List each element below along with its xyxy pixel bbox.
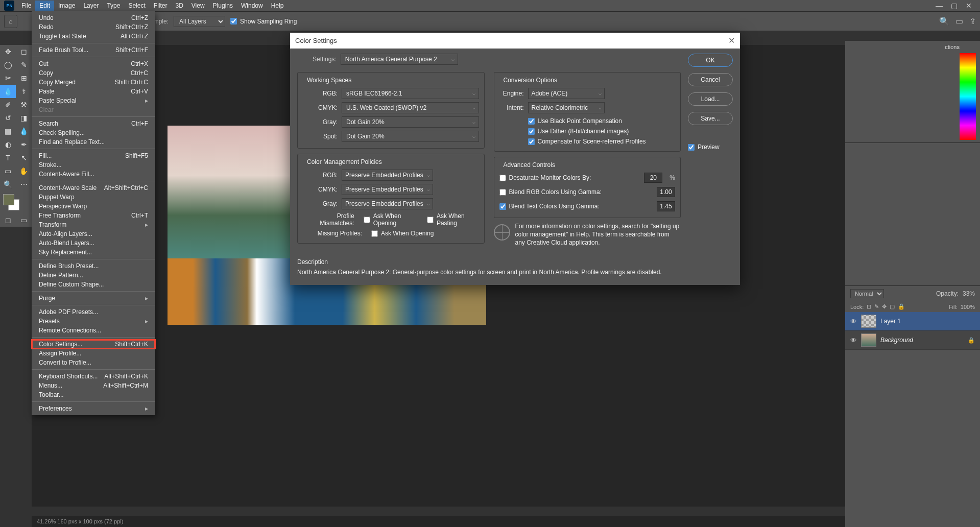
menu-item[interactable]: Purge bbox=[32, 294, 155, 303]
menu-3d[interactable]: 3D bbox=[171, 1, 187, 11]
menu-item[interactable]: Content-Aware ScaleAlt+Shift+Ctrl+C bbox=[32, 183, 155, 193]
gray-dropdown[interactable]: Dot Gain 20%⌵ bbox=[342, 116, 479, 128]
shape-tool[interactable]: ▭ bbox=[0, 164, 16, 178]
home-icon[interactable]: ⌂ bbox=[4, 15, 17, 28]
menu-view[interactable]: View bbox=[187, 1, 209, 11]
close-icon[interactable]: ✕ bbox=[966, 2, 972, 10]
path-tool[interactable]: ↖ bbox=[16, 151, 32, 164]
menu-item[interactable]: Clear bbox=[32, 105, 155, 114]
menu-item[interactable]: CopyCtrl+C bbox=[32, 68, 155, 78]
menu-item[interactable]: Preferences bbox=[32, 404, 155, 413]
patch-tool[interactable]: ⚕ bbox=[16, 85, 32, 98]
dither-checkbox[interactable]: Use Dither (8-bit/channel images) bbox=[528, 128, 676, 135]
menu-item[interactable]: PasteCtrl+V bbox=[32, 87, 155, 96]
menu-layer[interactable]: Layer bbox=[79, 1, 103, 11]
save-button[interactable]: Save... bbox=[688, 112, 733, 125]
menu-item[interactable]: Transform bbox=[32, 220, 155, 229]
compensate-checkbox[interactable]: Compensate for Scene-referred Profiles bbox=[528, 138, 676, 145]
frame-tool[interactable]: ⊞ bbox=[16, 71, 32, 85]
blend-mode-dropdown[interactable]: Normal bbox=[850, 289, 884, 298]
blur-tool[interactable]: 💧 bbox=[16, 125, 32, 138]
minimize-icon[interactable]: — bbox=[936, 2, 943, 10]
menu-select[interactable]: Select bbox=[124, 1, 149, 11]
menu-item[interactable]: Free TransformCtrl+T bbox=[32, 211, 155, 220]
eraser-tool[interactable]: ◨ bbox=[16, 111, 32, 125]
ok-button[interactable]: OK bbox=[688, 54, 733, 67]
blend-rgb-input[interactable] bbox=[657, 187, 675, 197]
menu-help[interactable]: Help bbox=[267, 1, 288, 11]
lock-move-icon[interactable]: ✥ bbox=[882, 303, 887, 310]
menu-plugins[interactable]: Plugins bbox=[209, 1, 237, 11]
menu-image[interactable]: Image bbox=[54, 1, 79, 11]
sampling-ring-checkbox[interactable]: Show Sampling Ring bbox=[230, 18, 297, 25]
lasso-tool[interactable]: ◯ bbox=[0, 58, 16, 71]
menu-item[interactable]: RedoShift+Ctrl+Z bbox=[32, 22, 155, 32]
share-icon[interactable]: ⇪ bbox=[969, 16, 976, 26]
policy-cmyk-dropdown[interactable]: Preserve Embedded Profiles⌵ bbox=[342, 184, 433, 195]
menu-item[interactable]: Convert to Profile... bbox=[32, 358, 155, 367]
menu-item[interactable]: Assign Profile... bbox=[32, 349, 155, 358]
lock-all-icon[interactable]: 🔒 bbox=[898, 303, 905, 310]
close-icon[interactable]: ✕ bbox=[728, 36, 735, 45]
menu-item[interactable]: Paste Special bbox=[32, 96, 155, 105]
menu-item[interactable]: Keyboard Shortcuts...Alt+Shift+Ctrl+K bbox=[32, 372, 155, 381]
menu-item[interactable]: Menus...Alt+Shift+Ctrl+M bbox=[32, 381, 155, 390]
blend-text-input[interactable] bbox=[657, 201, 675, 211]
search-icon[interactable]: 🔍 bbox=[939, 16, 949, 26]
menu-item[interactable]: Auto-Align Layers... bbox=[32, 229, 155, 238]
screen-mode[interactable]: ▭ bbox=[16, 213, 32, 227]
pen-tool[interactable]: ✒ bbox=[16, 138, 32, 151]
preview-checkbox[interactable]: Preview bbox=[688, 143, 733, 151]
menu-item[interactable]: Copy MergedShift+Ctrl+C bbox=[32, 78, 155, 87]
desat-input[interactable] bbox=[644, 173, 662, 183]
actions-tab[interactable]: ctions bbox=[845, 41, 980, 53]
zoom-tool[interactable]: 🔍 bbox=[0, 178, 16, 191]
workspace-icon[interactable]: ▭ bbox=[955, 16, 963, 26]
menu-type[interactable]: Type bbox=[103, 1, 124, 11]
menu-item[interactable]: Define Pattern... bbox=[32, 271, 155, 280]
hue-strip[interactable] bbox=[960, 53, 976, 140]
menu-item[interactable]: CutCtrl+X bbox=[32, 59, 155, 68]
menu-item[interactable]: SearchCtrl+F bbox=[32, 119, 155, 128]
wand-tool[interactable]: ✎ bbox=[16, 58, 32, 71]
menu-item[interactable]: Remote Connections... bbox=[32, 326, 155, 335]
missing-ask-checkbox[interactable]: Ask When Opening bbox=[371, 230, 434, 237]
layer-row[interactable]: 👁 Background 🔒 bbox=[845, 331, 980, 350]
lock-brush-icon[interactable]: ✎ bbox=[874, 303, 879, 310]
menu-item[interactable]: Presets bbox=[32, 317, 155, 326]
load-button[interactable]: Load... bbox=[688, 92, 733, 106]
ask-open-checkbox[interactable]: Ask When Opening bbox=[364, 212, 418, 227]
ask-paste-checkbox[interactable]: Ask When Pasting bbox=[427, 212, 479, 227]
lock-artboard-icon[interactable]: ▢ bbox=[890, 303, 895, 310]
menu-window[interactable]: Window bbox=[237, 1, 267, 11]
intent-dropdown[interactable]: Relative Colorimetric⌵ bbox=[528, 102, 605, 113]
menu-item[interactable]: UndoCtrl+Z bbox=[32, 13, 155, 22]
dodge-tool[interactable]: ◐ bbox=[0, 138, 16, 151]
menu-item[interactable]: Puppet Warp bbox=[32, 193, 155, 202]
menu-item[interactable]: Find and Replace Text... bbox=[32, 137, 155, 147]
menu-file[interactable]: File bbox=[17, 1, 35, 11]
menu-item[interactable]: Fade Brush Tool...Shift+Ctrl+F bbox=[32, 45, 155, 55]
spot-dropdown[interactable]: Dot Gain 20%⌵ bbox=[342, 131, 479, 142]
marquee-tool[interactable]: ◻ bbox=[16, 45, 32, 58]
menu-item[interactable]: Toggle Last StateAlt+Ctrl+Z bbox=[32, 32, 155, 41]
visibility-icon[interactable]: 👁 bbox=[850, 318, 857, 325]
rgb-dropdown[interactable]: sRGB IEC61966-2.1⌵ bbox=[342, 88, 479, 99]
brush-tool[interactable]: ✐ bbox=[0, 98, 16, 111]
stamp-tool[interactable]: ⚒ bbox=[16, 98, 32, 111]
edit-toolbar[interactable]: ⋯ bbox=[16, 178, 32, 191]
menu-item[interactable]: Content-Aware Fill... bbox=[32, 170, 155, 179]
visibility-icon[interactable]: 👁 bbox=[850, 337, 857, 344]
menu-item[interactable]: Perspective Warp bbox=[32, 202, 155, 211]
bpc-checkbox[interactable]: Use Black Point Compensation bbox=[528, 117, 676, 125]
cancel-button[interactable]: Cancel bbox=[688, 73, 733, 86]
menu-item[interactable]: Fill...Shift+F5 bbox=[32, 151, 155, 160]
menu-edit[interactable]: Edit bbox=[35, 1, 54, 11]
mask-mode[interactable]: ◻ bbox=[0, 213, 16, 227]
layer-row[interactable]: 👁 Layer 1 bbox=[845, 312, 980, 331]
menu-filter[interactable]: Filter bbox=[150, 1, 172, 11]
menu-item[interactable]: Check Spelling... bbox=[32, 128, 155, 137]
hand-tool[interactable]: ✋ bbox=[16, 164, 32, 178]
history-brush-tool[interactable]: ↺ bbox=[0, 111, 16, 125]
blend-text-checkbox[interactable]: Blend Text Colors Using Gamma: bbox=[499, 203, 600, 210]
